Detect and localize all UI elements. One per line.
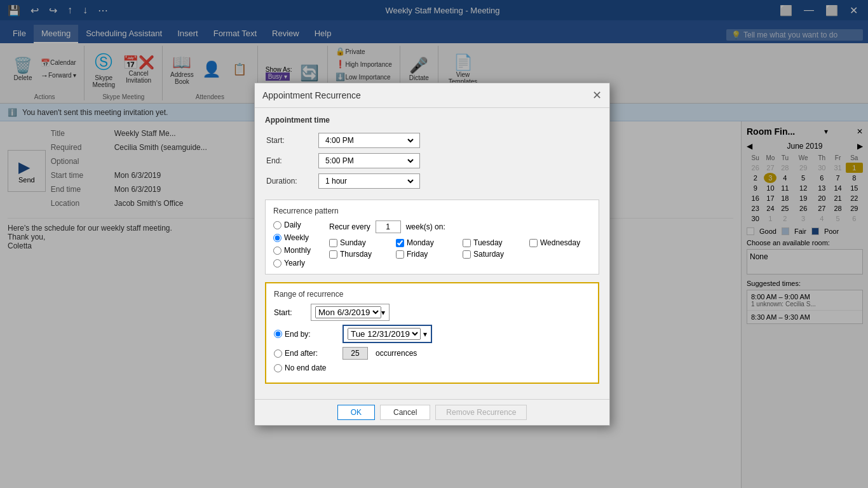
duration-dropdown[interactable]: 1 hour: [323, 176, 416, 186]
range-section: Range of recurrence Start: Mon 6/3/2019 …: [265, 282, 599, 384]
start-select[interactable]: 4:00 PM: [318, 133, 420, 148]
monthly-radio[interactable]: Monthly: [273, 246, 324, 255]
dialog-buttons: OK Cancel Remove Recurrence: [255, 399, 609, 425]
range-start-label: Start:: [274, 308, 306, 317]
sunday-check[interactable]: Sunday: [329, 238, 391, 247]
occurrences-label: occurrences: [376, 349, 417, 358]
recurrence-pattern-label: Recurrence pattern: [273, 207, 591, 215]
yearly-radio[interactable]: Yearly: [273, 259, 324, 268]
recur-every-label: Recur every: [329, 222, 370, 231]
dropdown-arrow: ▾: [381, 308, 385, 317]
no-end-label: No end date: [285, 363, 326, 372]
end-by-dropdown[interactable]: Tue 12/31/2019: [348, 328, 421, 340]
end-dropdown[interactable]: 5:00 PM: [323, 156, 416, 166]
end-select[interactable]: 5:00 PM: [318, 153, 420, 168]
start-label: Start:: [266, 131, 317, 150]
daily-radio[interactable]: Daily: [273, 220, 324, 229]
no-end-radio[interactable]: No end date: [274, 363, 337, 372]
end-by-label: End by:: [285, 330, 311, 339]
dialog-overlay: Appointment Recurrence ✕ Appointment tim…: [0, 0, 868, 488]
duration-select[interactable]: 1 hour: [318, 173, 420, 189]
appt-time-table: Start: 4:00 PM End: 5:0: [265, 130, 599, 192]
thursday-check[interactable]: Thursday: [329, 250, 391, 259]
range-start-select[interactable]: Mon 6/3/2019 ▾: [311, 304, 390, 321]
wednesday-check[interactable]: Wednesday: [529, 238, 591, 247]
occurrences-input[interactable]: [342, 347, 368, 360]
end-by-arrow: ▾: [423, 330, 427, 339]
start-dropdown[interactable]: 4:00 PM: [323, 135, 416, 146]
cancel-button[interactable]: Cancel: [380, 405, 430, 420]
friday-check[interactable]: Friday: [396, 250, 458, 259]
end-by-select[interactable]: Tue 12/31/2019 ▾: [342, 325, 432, 343]
end-after-label: End after:: [285, 349, 318, 358]
dialog-title: Appointment Recurrence: [262, 90, 361, 100]
appointment-recurrence-dialog: Appointment Recurrence ✕ Appointment tim…: [254, 83, 610, 426]
range-label: Range of recurrence: [274, 290, 590, 299]
recur-every-input[interactable]: [376, 220, 401, 233]
end-after-radio[interactable]: End after:: [274, 349, 337, 358]
saturday-check[interactable]: Saturday: [463, 250, 524, 259]
days-checkboxes: Sunday Monday Tuesday Wednesday: [329, 238, 591, 259]
range-start-dropdown[interactable]: Mon 6/3/2019: [315, 306, 381, 318]
appt-time-label: Appointment time: [265, 116, 599, 125]
dialog-title-bar: Appointment Recurrence ✕: [255, 83, 609, 108]
dialog-close-button[interactable]: ✕: [592, 88, 602, 102]
week-label: week(s) on:: [406, 222, 445, 231]
pattern-radio-group: Daily Weekly Monthly Yearly: [273, 220, 324, 268]
ok-button[interactable]: OK: [337, 405, 375, 420]
duration-label: Duration:: [266, 172, 317, 191]
end-by-radio[interactable]: End by:: [274, 330, 337, 339]
remove-recurrence-button[interactable]: Remove Recurrence: [435, 405, 527, 420]
tuesday-check[interactable]: Tuesday: [463, 238, 524, 247]
weekly-radio[interactable]: Weekly: [273, 233, 324, 242]
recurrence-pattern-section: Recurrence pattern Daily Weekly Monthly: [265, 200, 599, 274]
end-label: End:: [266, 151, 317, 170]
monday-check[interactable]: Monday: [396, 238, 458, 247]
